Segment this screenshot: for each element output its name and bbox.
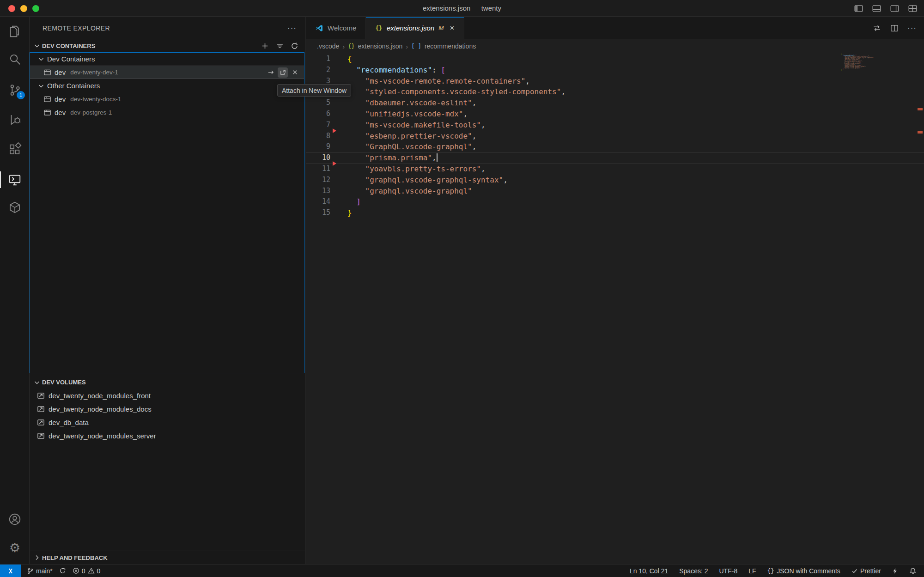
titlebar: extensions.json — twenty	[0, 0, 924, 17]
code-line-5[interactable]: 5 "dbaeumer.vscode-eslint",	[306, 97, 924, 109]
customize-layout-icon[interactable]	[908, 4, 918, 13]
extension-status-icon[interactable]	[892, 568, 898, 574]
code-line-6[interactable]: 6 "unifiedjs.vscode-mdx",	[306, 109, 924, 120]
section-dev-containers[interactable]: DEV CONTAINERS	[30, 39, 305, 52]
line-number: 13	[306, 186, 330, 197]
editor-more-actions-icon[interactable]: ···	[907, 24, 917, 33]
code-line-11[interactable]: 11 "yoavbls.pretty-ts-errors",	[306, 164, 924, 175]
tree-group-other-containers[interactable]: Other Containers	[30, 79, 304, 92]
tree-group-label: Other Containers	[47, 82, 100, 90]
indentation-status[interactable]: Spaces: 2	[679, 567, 708, 575]
split-editor-icon[interactable]	[890, 24, 899, 33]
code-line-15[interactable]: 15}	[306, 207, 924, 219]
volume-item-dev-twenty-node-modules-server[interactable]: dev_twenty_node_modules_server	[30, 429, 305, 443]
volume-icon	[37, 405, 45, 413]
volume-label: dev_twenty_node_modules_front	[49, 392, 151, 400]
chevron-down-icon	[33, 379, 41, 386]
git-branch-status[interactable]: main*	[27, 567, 53, 575]
editor-area: Welcome {} extensions.json M × ··· .vsco…	[306, 17, 924, 564]
code-line-12[interactable]: 12 "graphql.vscode-graphql-syntax",	[306, 175, 924, 186]
remote-indicator[interactable]	[0, 565, 21, 577]
code-line-14[interactable]: 14 ]	[306, 196, 924, 207]
close-window-button[interactable]	[8, 5, 15, 12]
container-description: dev-twenty-docs-1	[70, 96, 121, 103]
line-number: 15	[306, 207, 330, 219]
code-line-4[interactable]: 4 "styled-components.vscode-styled-compo…	[306, 86, 924, 97]
search-icon[interactable]	[4, 48, 26, 70]
code-line-7[interactable]: 7 "ms-vscode.makefile-tools",	[306, 120, 924, 131]
zoom-window-button[interactable]	[32, 5, 39, 12]
container-name: dev	[55, 68, 66, 76]
volume-label: dev_twenty_node_modules_docs	[49, 405, 152, 413]
code-line-13[interactable]: 13 "graphql.vscode-graphql"	[306, 186, 924, 197]
breadcrumb: .vscode › {} extensions.json › [ ] recom…	[306, 39, 924, 54]
dev-containers-tree: Dev Containersdevdev-twenty-dev-1Other C…	[30, 52, 304, 119]
toggle-primary-sidebar-icon[interactable]	[854, 4, 863, 13]
container-icon	[43, 95, 51, 103]
accounts-icon[interactable]	[4, 508, 26, 530]
minimize-window-button[interactable]	[20, 5, 27, 12]
git-modified-badge: M	[438, 24, 444, 31]
code-line-3[interactable]: 3 "ms-vscode-remote.remote-containers",	[306, 76, 924, 87]
container-item-dev-postgres-1[interactable]: devdev-postgres-1	[30, 106, 304, 119]
explorer-icon[interactable]	[4, 20, 26, 43]
remote-explorer-icon[interactable]	[4, 169, 26, 191]
code-line-1[interactable]: 1{	[306, 54, 924, 65]
window-title: extensions.json — twenty	[423, 0, 501, 17]
breadcrumb-symbol[interactable]: recommendations	[425, 43, 476, 50]
code-line-9[interactable]: 9 "GraphQL.vscode-graphql",	[306, 141, 924, 152]
volume-item-dev-db-data[interactable]: dev_db_data	[30, 416, 305, 429]
tab-extensions-json[interactable]: {} extensions.json M ×	[366, 17, 464, 39]
breadcrumb-file[interactable]: extensions.json	[358, 43, 403, 50]
code-line-10[interactable]: 10 "prisma.prisma",	[306, 152, 924, 164]
filter-list-icon[interactable]	[276, 42, 284, 50]
container-name: dev	[55, 95, 66, 103]
toggle-secondary-sidebar-icon[interactable]	[890, 4, 900, 13]
formatter-status[interactable]: Prettier	[851, 567, 881, 575]
open-changes-icon[interactable]	[872, 24, 881, 33]
toggle-panel-icon[interactable]	[872, 4, 881, 13]
line-number: 10	[306, 152, 330, 164]
problems-status[interactable]: 0 0	[73, 567, 101, 575]
tree-group-dev-containers[interactable]: Dev Containers	[30, 52, 304, 66]
volume-item-dev-twenty-node-modules-docs[interactable]: dev_twenty_node_modules_docs	[30, 402, 305, 416]
volume-label: dev_db_data	[49, 419, 89, 426]
tree-group-label: Dev Containers	[47, 55, 95, 63]
text-cursor	[437, 153, 438, 162]
section-help-and-feedback[interactable]: HELP AND FEEDBACK	[30, 551, 305, 564]
sidebar-more-actions-icon[interactable]: ···	[287, 24, 297, 33]
refresh-icon[interactable]	[291, 42, 298, 50]
braces-icon: {}	[767, 567, 775, 574]
attach-container-icon[interactable]	[266, 67, 276, 78]
sync-changes-icon[interactable]	[59, 567, 66, 574]
notifications-bell-icon[interactable]	[909, 567, 917, 575]
breadcrumb-folder[interactable]: .vscode	[317, 43, 339, 50]
container-item-dev-twenty-dev-1[interactable]: devdev-twenty-dev-1	[30, 66, 304, 79]
section-dev-volumes[interactable]: DEV VOLUMES	[30, 376, 305, 389]
containers-icon[interactable]	[4, 196, 26, 219]
volume-item-dev-twenty-node-modules-front[interactable]: dev_twenty_node_modules_front	[30, 389, 305, 402]
code-editor[interactable]: 1{2 "recommendations": [3 "ms-vscode-rem…	[306, 54, 924, 564]
source-control-icon[interactable]: 1	[4, 79, 26, 101]
code-line-2[interactable]: 2 "recommendations": [	[306, 65, 924, 76]
stop-container-icon[interactable]	[290, 67, 300, 78]
close-tab-icon[interactable]: ×	[450, 24, 455, 33]
minimap[interactable]: { "recommendations": [ "ms-vscode-remote…	[841, 54, 878, 73]
volume-label: dev_twenty_node_modules_server	[49, 432, 156, 440]
container-item-dev-twenty-docs-1[interactable]: devdev-twenty-docs-1	[30, 92, 304, 106]
line-number: 2	[306, 65, 330, 76]
code-line-8[interactable]: 8 "esbenp.prettier-vscode",	[306, 131, 924, 142]
encoding-status[interactable]: UTF-8	[719, 567, 738, 575]
add-container-icon[interactable]	[261, 42, 269, 50]
container-description: dev-postgres-1	[70, 109, 112, 116]
tab-welcome[interactable]: Welcome	[306, 17, 366, 39]
attach-new-window-icon[interactable]	[278, 67, 288, 78]
line-number: 1	[306, 54, 330, 65]
cursor-position-status[interactable]: Ln 10, Col 21	[630, 567, 668, 575]
language-mode-status[interactable]: {} JSON with Comments	[767, 567, 840, 575]
run-debug-icon[interactable]	[4, 109, 26, 131]
eol-status[interactable]: LF	[748, 567, 756, 575]
extensions-icon[interactable]	[4, 138, 26, 160]
settings-gear-icon[interactable]: ⚙	[4, 536, 26, 559]
volume-icon	[37, 419, 45, 426]
